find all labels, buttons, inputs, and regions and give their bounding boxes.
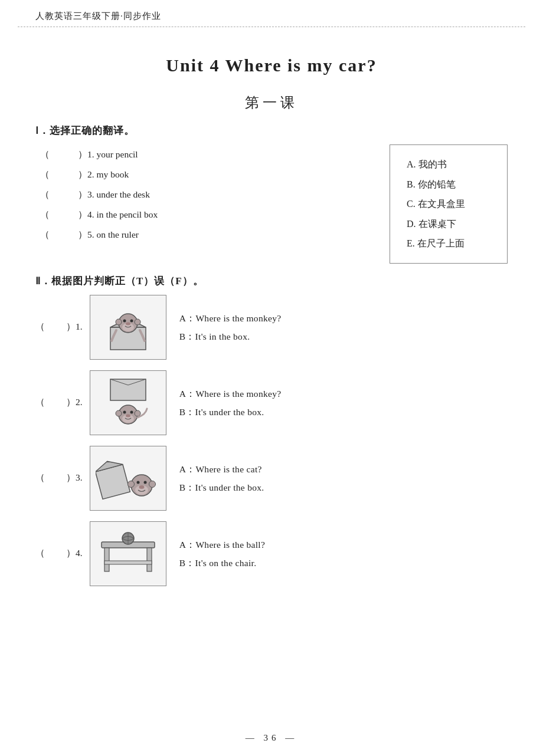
svg-point-6 xyxy=(123,319,126,322)
svg-point-14 xyxy=(116,410,122,416)
svg-rect-29 xyxy=(104,548,109,571)
svg-point-24 xyxy=(149,481,155,488)
main-title: Unit 4 Where is my car? xyxy=(0,55,543,75)
answer-item: C. 在文具盒里 xyxy=(407,194,490,214)
svg-point-15 xyxy=(135,410,140,416)
header: 人教英语三年级下册·同步作业 xyxy=(0,0,543,27)
dialogue-1: A：Where is the monkey? B：It's in the box… xyxy=(179,309,282,346)
page-number: — 36 — xyxy=(0,733,543,743)
choices-right: A. 我的书 B. 你的铅笔 C. 在文具盒里 D. 在课桌下 E. 在尺子上面 xyxy=(390,144,508,264)
section-I: （ ）1. your pencil （ ）2. my book （ ）3. un… xyxy=(35,144,508,264)
svg-point-17 xyxy=(130,410,133,413)
header-divider xyxy=(18,27,525,27)
answer-item: B. 你的铅笔 xyxy=(407,175,490,195)
list-item: （ ）1. your pencil xyxy=(35,144,378,165)
svg-point-26 xyxy=(143,481,146,484)
list-item: （ ）3. under the desk xyxy=(35,185,378,205)
dialogue-3: A：Where is the cat? B：It's under the box… xyxy=(179,460,264,497)
svg-rect-31 xyxy=(104,561,152,564)
image-monkey-in-box xyxy=(90,295,166,360)
svg-point-4 xyxy=(116,319,122,325)
monkey-next-box-icon xyxy=(96,450,161,506)
answer-item: A. 我的书 xyxy=(407,155,490,175)
list-item: （ ）2. my book xyxy=(35,165,378,185)
list-item: （ ）4. A：Where is the ball? xyxy=(35,521,508,586)
svg-rect-30 xyxy=(147,548,152,571)
choices-left: （ ）1. your pencil （ ）2. my book （ ）3. un… xyxy=(35,144,390,264)
list-item: （ ）2. A：Wh xyxy=(35,370,508,435)
image-desk-ball xyxy=(90,521,166,586)
svg-point-23 xyxy=(127,481,134,488)
answer-item: E. 在尺子上面 xyxy=(407,234,490,254)
list-item: （ ）3. A：Where is the cat? B：It' xyxy=(35,446,508,511)
svg-point-7 xyxy=(130,319,133,322)
svg-point-8 xyxy=(126,322,130,325)
list-item: （ ）1. xyxy=(35,295,508,360)
monkey-in-box-icon xyxy=(99,301,158,354)
svg-point-5 xyxy=(135,319,140,325)
image-monkey-next-box xyxy=(90,446,166,511)
list-item: （ ）5. on the ruler xyxy=(35,225,378,245)
section-II: Ⅱ．根据图片判断正（T）误（F）。 （ ）1. xyxy=(35,274,508,586)
lesson-title: 第一课 xyxy=(0,93,543,112)
section-I-title: Ⅰ．选择正确的翻译。 xyxy=(35,124,508,137)
header-text: 人教英语三年级下册·同步作业 xyxy=(35,11,161,21)
svg-point-25 xyxy=(136,481,139,484)
svg-point-18 xyxy=(126,414,130,417)
monkey-under-box-icon xyxy=(99,376,158,429)
image-monkey-under-box xyxy=(90,370,166,435)
svg-rect-9 xyxy=(110,379,146,400)
dialogue-4: A：Where is the ball? B：It's on the chair… xyxy=(179,535,266,572)
svg-point-27 xyxy=(139,485,144,489)
svg-point-16 xyxy=(123,410,126,413)
list-item: （ ）4. in the pencil box xyxy=(35,205,378,225)
desk-with-ball-icon xyxy=(96,525,161,581)
section-II-title: Ⅱ．根据图片判断正（T）误（F）。 xyxy=(35,274,508,288)
dialogue-2: A：Where is the monkey? B：It's under the … xyxy=(179,384,282,421)
answer-item: D. 在课桌下 xyxy=(407,214,490,234)
